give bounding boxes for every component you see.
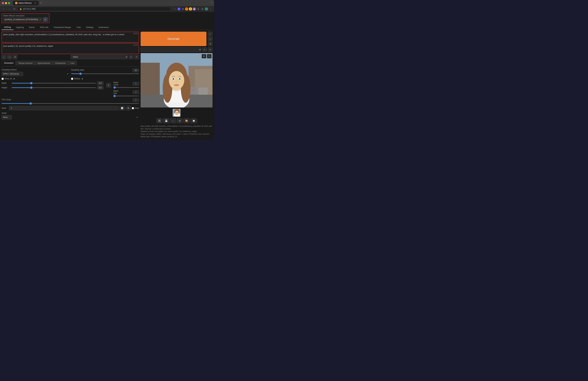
tab-train[interactable]: Train	[74, 25, 84, 30]
minimize-prompt-button[interactable]: ↙	[1, 55, 6, 59]
copy-prompt-button[interactable]: ⧉	[13, 55, 17, 59]
svg-point-21	[173, 78, 174, 79]
refiner-arrow-button[interactable]: ◀	[81, 78, 83, 80]
negative-prompt-textarea[interactable]	[2, 44, 139, 53]
width-slider[interactable]	[12, 83, 96, 84]
right-styles-select[interactable]	[141, 47, 201, 52]
browser-toolbar: ← → ↻ 🔒 127.0.0.1:7862 ☆ B ⚙ 🦊 ★ ◆ ⬇ ⊞ 👤…	[0, 6, 214, 12]
checkpoint-select[interactable]: picxReal_10.safetensors [07919b495d]	[3, 18, 42, 22]
tab-title: Stable Diffusion	[18, 2, 32, 4]
menu-icon[interactable]: ⋮	[209, 7, 212, 11]
hires-fix-checkbox[interactable]	[1, 78, 4, 80]
address-bar[interactable]: 🔒 127.0.0.1:7862	[17, 7, 171, 11]
right-styles-pen-button[interactable]: ✎	[208, 47, 212, 52]
styles-x-button[interactable]: ✕	[129, 55, 133, 59]
hires-arrow-button[interactable]: ◀	[13, 78, 15, 80]
browser-frame: Stable Diffusion ✕ + ⌃ ← → ↻ 🔒 127.0.0.1…	[0, 0, 214, 140]
tab-extras[interactable]: Extras	[26, 25, 37, 30]
refiner-label[interactable]: Refiner	[71, 78, 80, 80]
script-section: Script None	[1, 112, 139, 119]
image-close-button[interactable]: ✕	[207, 54, 211, 58]
send-to-img2img-button[interactable]: 🖼	[156, 118, 162, 123]
inpaint-button[interactable]: 🔲	[191, 118, 197, 123]
tab-settings[interactable]: Settings	[84, 25, 96, 30]
new-tab-button[interactable]: +	[39, 1, 43, 5]
thumbnail-1[interactable]	[172, 109, 181, 117]
extra-checkbox[interactable]	[132, 107, 134, 109]
checkpoint-refresh-button[interactable]: ↻	[43, 17, 48, 22]
positive-prompt-textarea[interactable]	[2, 32, 139, 42]
seed-dice-button[interactable]: 🎲	[119, 106, 125, 110]
batch-count-slider[interactable]	[113, 87, 139, 88]
width-row: Width 512	[1, 81, 104, 85]
interrupt-button[interactable]: ↙	[208, 32, 212, 36]
seed-input[interactable]	[9, 106, 118, 110]
tab-checkpoint-merger[interactable]: Checkpoint Merger	[51, 25, 74, 30]
tab-close-icon[interactable]: ✕	[34, 2, 36, 4]
forward-button[interactable]: →	[7, 7, 12, 11]
clear-output-button[interactable]: ▢	[208, 37, 212, 41]
svg-point-16	[169, 71, 184, 90]
sketch-button[interactable]: 🎨	[183, 118, 190, 123]
cfg-scale-label: CFG Scale	[1, 99, 11, 101]
extra-options-button[interactable]: ⧉	[208, 42, 212, 46]
browser-tab-active[interactable]: Stable Diffusion ✕	[13, 1, 39, 5]
image-download-button[interactable]: ⬇	[202, 54, 206, 58]
batch-size-slider[interactable]	[113, 96, 139, 96]
address-lock-icon: 🔒	[20, 8, 22, 10]
ext-icon-5[interactable]: ◆	[193, 7, 196, 11]
app-content: Stable Diffusion checkpoint picxReal_10.…	[0, 12, 214, 140]
tab-txt2img[interactable]: txt2img	[1, 25, 13, 30]
seed-section: Seed 🎲 ♻ Extra	[1, 106, 139, 110]
sub-tab-generation[interactable]: Generation	[1, 61, 16, 65]
ext-icon-3[interactable]: 🦊	[185, 7, 188, 11]
extensions-icon[interactable]: ⊞	[201, 7, 204, 11]
profile-icon[interactable]: 👤	[205, 7, 208, 11]
sampling-steps-label: Sampling steps	[71, 69, 84, 71]
cfg-scale-slider[interactable]	[1, 103, 139, 104]
ext-icon-4[interactable]: ★	[189, 7, 192, 11]
ext-icon-2[interactable]: ⚙	[181, 7, 184, 11]
sub-tab-lora[interactable]: Lora	[68, 61, 77, 65]
ext-icon-1[interactable]: B	[177, 7, 181, 11]
height-slider[interactable]	[12, 87, 96, 88]
minimize-button[interactable]	[5, 2, 7, 4]
right-styles-x-button[interactable]: ✕	[202, 47, 207, 52]
sampling-method-select[interactable]: DPM++ 2M Karras Euler a Euler DDIM	[1, 72, 23, 76]
reload-button[interactable]: ↻	[12, 7, 17, 11]
styles-select[interactable]: Styles	[71, 55, 128, 59]
sub-tab-checkpoints[interactable]: Checkpoints	[53, 61, 68, 65]
negative-prompt-counter: 11/75	[133, 44, 138, 46]
batch-count-label: Batch count	[113, 81, 122, 86]
image-info-negative: Negative prompt: (low quality:1.5), (wor…	[141, 130, 212, 133]
sub-tab-textual-inversion[interactable]: Textual Inversion	[16, 61, 35, 65]
styles-pen-button[interactable]: ✎	[134, 55, 139, 59]
download-icon[interactable]: ⬇	[196, 7, 200, 11]
sampling-steps-slider[interactable]	[71, 73, 139, 74]
grid-button[interactable]: ⊞	[177, 118, 183, 123]
seed-recycle-button[interactable]: ♻	[126, 106, 131, 110]
clear-prompt-button[interactable]: ▢	[7, 55, 12, 59]
swap-dimensions-button[interactable]: ⇅	[106, 83, 111, 88]
refiner-checkbox[interactable]	[71, 78, 73, 80]
sub-tabs-border	[1, 67, 139, 67]
script-select[interactable]: None	[1, 115, 12, 119]
back-button[interactable]: ←	[1, 7, 6, 11]
tab-png-info[interactable]: PNG Info	[37, 25, 51, 30]
close-button[interactable]	[2, 2, 4, 4]
address-text: 127.0.0.1:7862	[23, 8, 36, 10]
traffic-lights	[2, 2, 10, 4]
maximize-button[interactable]	[8, 2, 10, 4]
save-image-button[interactable]: 💾	[163, 118, 169, 123]
zip-button[interactable]: —	[170, 118, 176, 123]
checkpoint-label: Stable Diffusion checkpoint	[3, 15, 48, 17]
hires-fix-label[interactable]: Hires. fix	[1, 78, 12, 80]
sub-tab-hypernetworks[interactable]: Hypernetworks	[35, 61, 53, 65]
extra-label[interactable]: Extra	[132, 107, 139, 109]
tab-extensions[interactable]: Extensions	[96, 25, 111, 30]
size-batch-row: Width 512 Height 512 ⇅	[1, 81, 139, 97]
generate-button[interactable]: Generate	[141, 32, 207, 46]
bookmark-icon[interactable]: ☆	[173, 7, 177, 11]
hires-section: Hires. fix ◀	[1, 78, 69, 80]
tab-img2img[interactable]: img2img	[13, 25, 26, 30]
